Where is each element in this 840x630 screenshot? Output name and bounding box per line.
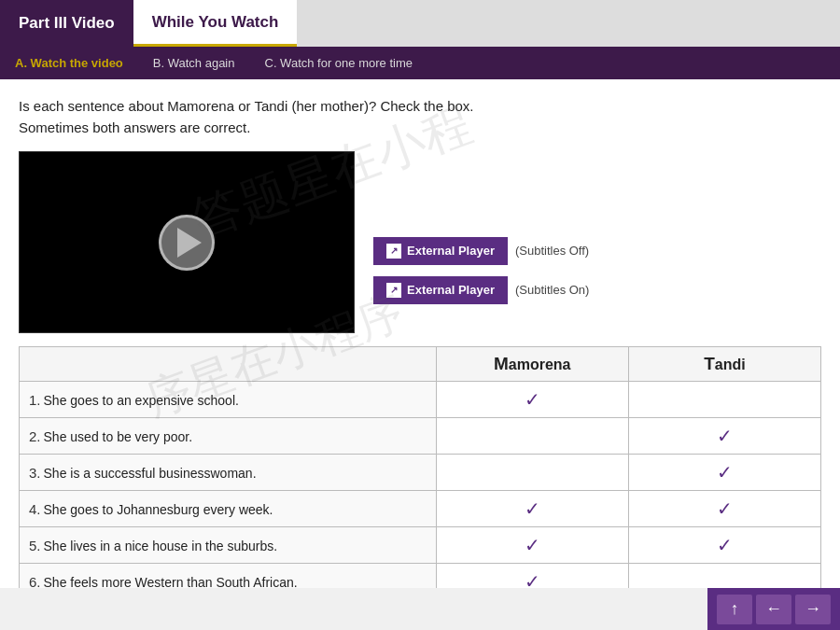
mamorena-cell[interactable]: ✓ xyxy=(436,564,628,589)
sentence-cell: 5.She lives in a nice house in the subur… xyxy=(20,527,437,564)
answer-table: Mamorena Tandi 1.She goes to an expensiv… xyxy=(19,346,821,588)
mamorena-cell[interactable]: ✓ xyxy=(436,491,628,527)
subnav-watch-video[interactable]: A. Watch the video xyxy=(9,52,129,74)
col-header-mamorena: Mamorena xyxy=(436,347,628,382)
external-player-btn-1[interactable]: ↗ External Player xyxy=(373,237,508,265)
subtitle-label-1: (Subtitles Off) xyxy=(515,244,589,258)
page-header: Part III Video While You Watch xyxy=(0,0,840,47)
part3-label: Part III Video xyxy=(19,14,115,33)
main-content: Is each sentence about Mamorena or Tandi… xyxy=(0,79,840,588)
nav-forward-button[interactable]: → xyxy=(795,595,831,624)
nav-up-button[interactable]: ↑ xyxy=(717,595,752,624)
ext-player-label-1: External Player xyxy=(407,244,495,258)
instruction-text: Is each sentence about Mamorena or Tandi… xyxy=(19,96,821,138)
video-player[interactable] xyxy=(19,151,355,333)
while-label: While You Watch xyxy=(152,13,279,32)
play-button[interactable] xyxy=(159,215,215,271)
sentence-cell: 3.She is a successful businesswoman. xyxy=(20,455,437,491)
play-icon xyxy=(177,228,202,258)
mamorena-cell[interactable]: ✓ xyxy=(436,527,628,564)
instruction-line2: Sometimes both answers are correct. xyxy=(19,119,250,135)
table-row: 2.She used to be very poor.✓ xyxy=(20,418,821,455)
col-header-tandi: Tandi xyxy=(628,347,820,382)
ext-player-row-2: ↗ External Player (Subtitles On) xyxy=(373,276,589,304)
external-arrow-icon-2: ↗ xyxy=(386,283,401,298)
back-icon: ← xyxy=(765,599,782,619)
sentence-cell: 4.She goes to Johannesburg every week. xyxy=(20,491,437,527)
subnav-watch-again[interactable]: B. Watch again xyxy=(147,52,241,74)
tandi-cell[interactable]: ✓ xyxy=(628,455,820,491)
table-row: 5.She lives in a nice house in the subur… xyxy=(20,527,821,564)
while-tab[interactable]: While You Watch xyxy=(133,0,298,47)
sentence-cell: 2.She used to be very poor. xyxy=(20,418,437,455)
forward-icon: → xyxy=(805,599,821,619)
nav-back-button[interactable]: ← xyxy=(756,595,791,624)
part3-tab[interactable]: Part III Video xyxy=(0,0,133,47)
tandi-cell[interactable]: ✓ xyxy=(628,418,820,455)
table-row: 6.She feels more Western than South Afri… xyxy=(20,564,821,589)
table-row: 1.She goes to an expensive school.✓ xyxy=(20,382,821,418)
tandi-cell[interactable] xyxy=(628,564,820,589)
tandi-cell[interactable] xyxy=(628,382,820,418)
external-arrow-icon-1: ↗ xyxy=(386,244,401,259)
external-player-buttons: ↗ External Player (Subtitles Off) ↗ Exte… xyxy=(373,151,589,333)
tandi-cell[interactable]: ✓ xyxy=(628,491,820,527)
tandi-cell[interactable]: ✓ xyxy=(628,527,820,564)
media-row: ↗ External Player (Subtitles Off) ↗ Exte… xyxy=(19,151,821,333)
footer-nav: ↑ ← → xyxy=(707,588,840,630)
mamorena-cell[interactable]: ✓ xyxy=(436,382,628,418)
table-row: 3.She is a successful businesswoman.✓ xyxy=(20,455,821,491)
mamorena-cell[interactable] xyxy=(436,418,628,455)
mamorena-cell[interactable] xyxy=(436,455,628,491)
ext-player-label-2: External Player xyxy=(407,283,495,297)
subnav-watch-more[interactable]: C. Watch for one more time xyxy=(259,52,418,74)
subnav-bar: A. Watch the video B. Watch again C. Wat… xyxy=(0,47,840,79)
sentence-cell: 6.She feels more Western than South Afri… xyxy=(20,564,437,589)
subtitle-label-2: (Subtitles On) xyxy=(515,283,589,297)
col-header-blank xyxy=(20,347,437,382)
instruction-line1: Is each sentence about Mamorena or Tandi… xyxy=(19,98,474,114)
ext-player-row-1: ↗ External Player (Subtitles Off) xyxy=(373,237,589,265)
up-icon: ↑ xyxy=(731,599,739,619)
sentence-cell: 1.She goes to an expensive school. xyxy=(20,382,437,418)
external-player-btn-2[interactable]: ↗ External Player xyxy=(373,276,508,304)
table-row: 4.She goes to Johannesburg every week.✓✓ xyxy=(20,491,821,527)
